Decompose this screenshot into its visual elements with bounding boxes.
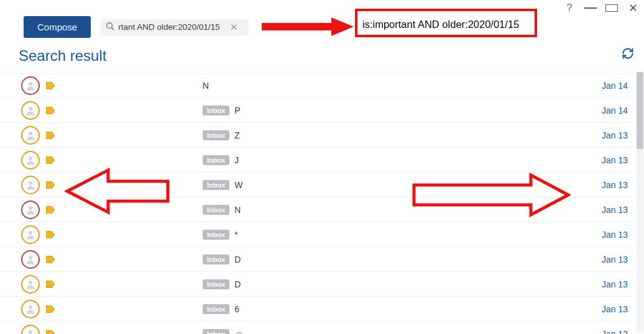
avatar bbox=[21, 76, 40, 95]
avatar bbox=[21, 176, 40, 194]
svg-point-22 bbox=[29, 330, 32, 334]
svg-point-0 bbox=[107, 23, 113, 29]
svg-point-18 bbox=[29, 281, 32, 284]
annotation-callout-text: is:important AND older:2020/01/15 bbox=[362, 19, 519, 30]
inbox-badge: Inbox bbox=[203, 304, 229, 314]
email-date: Jan 14 bbox=[602, 81, 628, 91]
svg-marker-23 bbox=[46, 330, 55, 335]
important-marker-icon[interactable] bbox=[46, 231, 55, 238]
svg-marker-9 bbox=[46, 156, 55, 164]
email-subject-cell: InboxZ bbox=[203, 130, 240, 140]
email-subject-cell: N bbox=[203, 81, 209, 91]
window-close-button[interactable]: ✕ bbox=[627, 1, 639, 15]
email-subject: * bbox=[234, 230, 237, 240]
search-clear-icon[interactable]: ✕ bbox=[230, 22, 238, 33]
email-row[interactable]: Inbox6Jan 13 bbox=[0, 297, 635, 322]
inbox-badge: Inbox bbox=[203, 106, 229, 115]
email-subject-cell: Inbox☺ bbox=[203, 329, 244, 335]
svg-marker-15 bbox=[46, 231, 55, 238]
svg-line-1 bbox=[112, 28, 114, 30]
important-marker-icon[interactable] bbox=[46, 256, 55, 263]
email-subject-cell: InboxD bbox=[203, 255, 241, 264]
inbox-badge: Inbox bbox=[203, 329, 229, 335]
avatar bbox=[21, 151, 40, 169]
email-row[interactable]: InboxWJan 13 bbox=[0, 173, 635, 197]
avatar bbox=[21, 126, 40, 145]
email-subject: D bbox=[234, 279, 241, 289]
email-subject-cell: Inbox6 bbox=[203, 304, 239, 314]
email-row[interactable]: InboxJJan 13 bbox=[0, 148, 635, 173]
svg-marker-17 bbox=[46, 256, 55, 263]
svg-point-20 bbox=[29, 305, 32, 309]
email-subject-cell: Inbox* bbox=[203, 230, 238, 240]
svg-point-14 bbox=[29, 231, 32, 235]
svg-point-10 bbox=[29, 181, 32, 185]
svg-point-2 bbox=[29, 82, 32, 86]
email-subject: Z bbox=[234, 130, 240, 140]
important-marker-icon[interactable] bbox=[46, 82, 55, 89]
important-marker-icon[interactable] bbox=[46, 206, 55, 214]
compose-button[interactable]: Compose bbox=[24, 16, 91, 38]
search-input[interactable] bbox=[118, 22, 230, 32]
email-subject: P bbox=[234, 106, 240, 115]
annotation-callout-box bbox=[355, 9, 537, 37]
refresh-icon[interactable] bbox=[622, 47, 634, 63]
svg-marker-21 bbox=[46, 305, 55, 313]
minimize-button[interactable] bbox=[584, 7, 597, 9]
svg-point-12 bbox=[29, 206, 32, 210]
email-date: Jan 13 bbox=[602, 279, 628, 289]
important-marker-icon[interactable] bbox=[46, 181, 55, 189]
email-row[interactable]: NJan 14 bbox=[0, 73, 635, 98]
important-marker-icon[interactable] bbox=[46, 305, 55, 313]
maximize-button[interactable] bbox=[605, 4, 618, 12]
svg-point-8 bbox=[29, 156, 32, 160]
help-icon[interactable]: ? bbox=[563, 2, 576, 14]
email-date: Jan 13 bbox=[602, 230, 628, 240]
svg-point-6 bbox=[29, 132, 32, 135]
email-subject-cell: InboxW bbox=[203, 180, 243, 190]
email-row[interactable]: InboxNJan 13 bbox=[0, 197, 635, 222]
avatar bbox=[21, 101, 40, 120]
email-date: Jan 13 bbox=[602, 180, 628, 190]
email-subject-cell: InboxJ bbox=[203, 155, 239, 165]
svg-point-16 bbox=[29, 256, 32, 260]
important-marker-icon[interactable] bbox=[46, 330, 55, 335]
email-date: Jan 12 bbox=[602, 329, 628, 335]
email-date: Jan 13 bbox=[602, 304, 628, 314]
scrollbar-thumb[interactable] bbox=[637, 72, 643, 149]
inbox-badge: Inbox bbox=[203, 130, 229, 140]
email-subject: J bbox=[234, 155, 239, 165]
email-list: NJan 14InboxPJan 14InboxZJan 13InboxJJan… bbox=[0, 73, 635, 334]
email-row[interactable]: InboxZJan 13 bbox=[0, 123, 635, 148]
search-field-wrap[interactable]: ✕ bbox=[101, 19, 249, 35]
important-marker-icon[interactable] bbox=[46, 156, 55, 164]
email-subject: W bbox=[234, 180, 242, 190]
important-marker-icon[interactable] bbox=[46, 281, 55, 288]
avatar bbox=[21, 300, 40, 318]
important-marker-icon[interactable] bbox=[46, 107, 55, 114]
search-icon bbox=[106, 22, 114, 32]
email-subject: ☺ bbox=[234, 329, 243, 335]
annotation-arrow-right-small bbox=[262, 16, 355, 36]
avatar bbox=[21, 325, 40, 335]
svg-marker-19 bbox=[46, 281, 55, 288]
page-title: Search result bbox=[19, 47, 106, 65]
svg-marker-25 bbox=[331, 17, 354, 36]
email-row[interactable]: Inbox☺Jan 12 bbox=[0, 322, 635, 334]
inbox-badge: Inbox bbox=[203, 180, 229, 190]
inbox-badge: Inbox bbox=[203, 230, 229, 240]
email-row[interactable]: InboxDJan 13 bbox=[0, 247, 635, 272]
email-subject: N bbox=[234, 205, 241, 215]
email-row[interactable]: InboxPJan 14 bbox=[0, 98, 635, 123]
avatar bbox=[21, 250, 40, 269]
svg-marker-7 bbox=[46, 132, 55, 139]
svg-marker-3 bbox=[46, 82, 55, 89]
important-marker-icon[interactable] bbox=[46, 132, 55, 139]
email-row[interactable]: Inbox*Jan 13 bbox=[0, 222, 635, 247]
email-row[interactable]: InboxDJan 13 bbox=[0, 272, 635, 297]
inbox-badge: Inbox bbox=[203, 155, 229, 165]
email-subject-cell: InboxN bbox=[203, 205, 241, 215]
inbox-badge: Inbox bbox=[203, 255, 229, 264]
inbox-badge: Inbox bbox=[203, 279, 229, 289]
avatar bbox=[21, 275, 40, 294]
